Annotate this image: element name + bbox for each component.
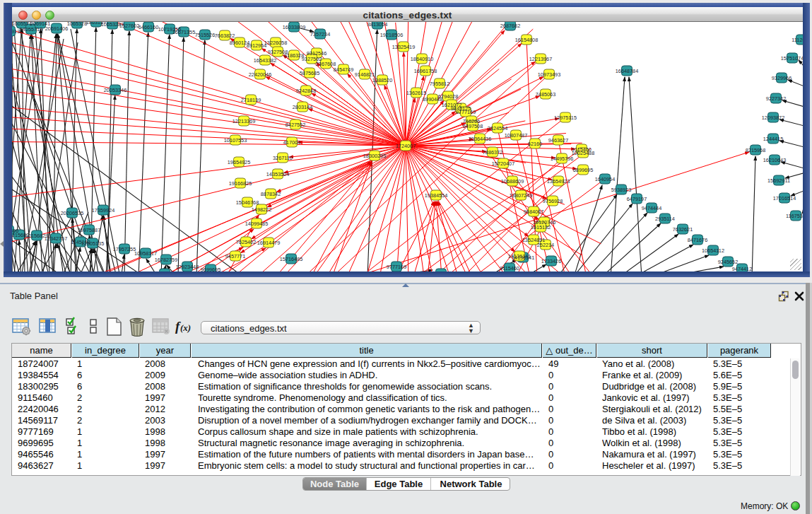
svg-text:13654923: 13654923 bbox=[547, 178, 570, 185]
svg-text:15692911: 15692911 bbox=[767, 177, 790, 184]
svg-text:15046768: 15046768 bbox=[236, 199, 259, 206]
svg-text:7955812: 7955812 bbox=[430, 81, 449, 87]
svg-text:13325419: 13325419 bbox=[392, 44, 415, 50]
svg-text:16648784: 16648784 bbox=[616, 68, 638, 74]
svg-text:10973493: 10973493 bbox=[538, 71, 560, 78]
svg-text:6497508: 6497508 bbox=[463, 123, 483, 129]
svg-text:19654925: 19654925 bbox=[228, 159, 250, 165]
svg-text:8471676: 8471676 bbox=[688, 237, 707, 243]
svg-text:6794028: 6794028 bbox=[438, 93, 458, 100]
svg-text:18807249: 18807249 bbox=[510, 192, 532, 199]
svg-text:9463627: 9463627 bbox=[548, 137, 568, 144]
svg-text:8454749: 8454749 bbox=[334, 66, 353, 73]
svg-text:7485063: 7485063 bbox=[536, 91, 555, 98]
svg-text:7515526: 7515526 bbox=[195, 32, 215, 38]
svg-text:12342757: 12342757 bbox=[45, 235, 67, 242]
svg-text:7886372: 7886372 bbox=[483, 149, 502, 156]
svg-text:1112605: 1112605 bbox=[792, 37, 803, 43]
svg-text:9329966: 9329966 bbox=[772, 75, 792, 81]
svg-text:10025488: 10025488 bbox=[572, 150, 594, 156]
svg-text:9115460: 9115460 bbox=[500, 265, 519, 271]
svg-text:16154808: 16154808 bbox=[515, 37, 538, 43]
svg-text:12975115: 12975115 bbox=[554, 115, 577, 121]
svg-text:14055713: 14055713 bbox=[20, 26, 42, 33]
svg-text:2803144: 2803144 bbox=[293, 104, 312, 110]
svg-text:7357234: 7357234 bbox=[310, 31, 330, 37]
svg-text:7632621: 7632621 bbox=[673, 226, 693, 233]
svg-text:14353504: 14353504 bbox=[266, 171, 289, 177]
svg-text:14099485: 14099485 bbox=[245, 221, 268, 227]
svg-text:10688609: 10688609 bbox=[501, 178, 524, 185]
svg-text:10807487: 10807487 bbox=[505, 132, 527, 139]
svg-text:1733426: 1733426 bbox=[541, 258, 561, 264]
svg-text:9777169: 9777169 bbox=[387, 264, 406, 270]
svg-text:9474444: 9474444 bbox=[642, 205, 661, 211]
svg-text:1388520: 1388520 bbox=[372, 77, 392, 83]
svg-text:1615132: 1615132 bbox=[531, 224, 551, 230]
svg-text:19166825: 19166825 bbox=[229, 180, 252, 187]
svg-text:6479197: 6479197 bbox=[627, 196, 647, 202]
svg-text:7663822: 7663822 bbox=[215, 33, 235, 39]
svg-text:16210643: 16210643 bbox=[763, 157, 786, 163]
svg-text:16914479: 16914479 bbox=[257, 240, 280, 246]
svg-text:16543382: 16543382 bbox=[254, 57, 276, 64]
svg-text:252214: 252214 bbox=[537, 242, 554, 248]
svg-text:1244415: 1244415 bbox=[763, 136, 783, 142]
svg-text:12923448: 12923448 bbox=[176, 264, 199, 270]
svg-text:22420046: 22420046 bbox=[249, 71, 271, 78]
svg-text:9474412: 9474412 bbox=[732, 266, 752, 272]
svg-text:9699695: 9699695 bbox=[201, 267, 220, 272]
svg-text:1640954: 1640954 bbox=[595, 176, 615, 182]
svg-text:6899695: 6899695 bbox=[573, 167, 593, 173]
svg-text:62160: 62160 bbox=[528, 141, 542, 147]
svg-text:8813054: 8813054 bbox=[367, 22, 387, 28]
svg-text:10958117: 10958117 bbox=[134, 250, 157, 257]
svg-text:3267110: 3267110 bbox=[273, 155, 293, 161]
svg-text:15720407: 15720407 bbox=[492, 160, 514, 167]
svg-text:3824554: 3824554 bbox=[488, 125, 507, 132]
svg-text:18300295: 18300295 bbox=[363, 153, 386, 159]
svg-text:9684067: 9684067 bbox=[524, 209, 543, 215]
svg-text:19384554: 19384554 bbox=[425, 192, 447, 199]
svg-text:9245652: 9245652 bbox=[718, 259, 738, 265]
svg-text:1065328: 1065328 bbox=[67, 22, 87, 27]
svg-text:2718139: 2718139 bbox=[241, 97, 261, 103]
svg-text:9242848: 9242848 bbox=[296, 88, 316, 94]
svg-text:13226058: 13226058 bbox=[264, 40, 287, 46]
svg-text:1362615: 1362615 bbox=[406, 90, 426, 96]
svg-text:9227342: 9227342 bbox=[766, 95, 786, 102]
svg-text:9465546: 9465546 bbox=[155, 271, 175, 272]
svg-text:9457771: 9457771 bbox=[225, 253, 245, 259]
svg-text:8878342: 8878342 bbox=[261, 191, 281, 197]
svg-text:9105913: 9105913 bbox=[12, 28, 20, 35]
svg-text:1527602: 1527602 bbox=[119, 23, 139, 29]
svg-text:20691406: 20691406 bbox=[45, 25, 68, 32]
svg-text:9777169: 9777169 bbox=[456, 109, 476, 115]
svg-text:17016514: 17016514 bbox=[773, 195, 796, 201]
svg-text:10107553: 10107553 bbox=[224, 137, 247, 144]
svg-text:12093872: 12093872 bbox=[762, 115, 784, 121]
svg-text:15716485: 15716485 bbox=[280, 256, 302, 262]
svg-text:2935114: 2935114 bbox=[655, 216, 675, 222]
svg-text:14569117: 14569117 bbox=[430, 271, 452, 272]
svg-text:17957255: 17957255 bbox=[113, 246, 136, 252]
svg-text:16782759: 16782759 bbox=[155, 257, 177, 263]
svg-text:1498222: 1498222 bbox=[252, 206, 271, 213]
svg-text:10654112: 10654112 bbox=[702, 247, 724, 254]
svg-text:14495796: 14495796 bbox=[551, 156, 573, 162]
svg-text:12505135: 12505135 bbox=[81, 240, 104, 247]
svg-text:(x): (x) bbox=[180, 322, 191, 333]
svg-text:16961758: 16961758 bbox=[414, 68, 437, 74]
svg-text:20053346: 20053346 bbox=[104, 87, 126, 93]
svg-text:16671355: 16671355 bbox=[172, 29, 195, 35]
svg-text:15751074: 15751074 bbox=[781, 55, 803, 62]
svg-text:417004: 417004 bbox=[283, 139, 300, 146]
svg-text:20206535: 20206535 bbox=[61, 210, 83, 216]
svg-text:8427552: 8427552 bbox=[286, 122, 305, 128]
svg-text:5875685: 5875685 bbox=[300, 70, 319, 76]
svg-text:6466160: 6466160 bbox=[139, 24, 158, 30]
svg-text:1724007: 1724007 bbox=[396, 143, 416, 149]
svg-text:19218506: 19218506 bbox=[380, 32, 403, 38]
svg-text:9756928: 9756928 bbox=[543, 198, 563, 204]
svg-text:7625402: 7625402 bbox=[236, 239, 256, 245]
